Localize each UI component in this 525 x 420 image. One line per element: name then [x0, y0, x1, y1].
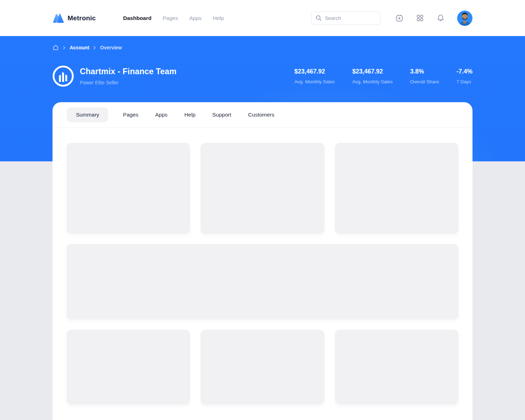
tab-apps[interactable]: Apps — [153, 107, 169, 122]
hero-stats: $23,467.92 Avg. Monthly Sales $23,467.92… — [294, 68, 472, 84]
breadcrumb: Account Overview — [52, 44, 122, 51]
tab-bar: Summary Pages Apps Help Support Customer… — [52, 102, 472, 128]
tab-pages[interactable]: Pages — [121, 107, 140, 122]
metronic-logo-icon — [52, 13, 64, 23]
placeholder-box-wide — [66, 244, 458, 320]
nav-item-help[interactable]: Help — [213, 15, 224, 21]
placeholder-box — [201, 330, 324, 405]
apps-grid-icon[interactable] — [416, 14, 424, 22]
header-icon-buttons — [395, 14, 445, 22]
top-header: Metronic Dashboard Pages Apps Help — [0, 0, 525, 36]
tab-help[interactable]: Help — [182, 107, 198, 122]
stat-7-days: -7.4% 7 Days — [456, 68, 472, 84]
stat-overall-share: 3.8% Overall Share — [410, 68, 439, 84]
profile-texts: Chartmix - Finance Team Power Elite Sell… — [80, 67, 176, 85]
tab-support[interactable]: Support — [210, 107, 233, 122]
header-actions — [311, 10, 472, 26]
stat-value: 3.8% — [410, 68, 439, 75]
chevron-right-icon — [93, 46, 96, 50]
placeholder-box — [201, 143, 324, 234]
stat-label: 7 Days — [456, 79, 472, 84]
bell-icon[interactable] — [436, 14, 445, 22]
breadcrumb-account[interactable]: Account — [70, 45, 89, 50]
profile-header: Chartmix - Finance Team Power Elite Sell… — [52, 65, 472, 87]
stat-avg-monthly-sales-2: $23,467.92 Avg. Monthly Sales — [352, 68, 392, 84]
brand-name: Metronic — [68, 14, 96, 22]
stat-label: Avg. Monthly Sales — [352, 79, 392, 84]
stat-label: Overall Share — [410, 79, 439, 84]
placeholder-box — [66, 143, 190, 234]
main-card: Summary Pages Apps Help Support Customer… — [52, 102, 472, 420]
chart-columns-circle-icon — [52, 65, 74, 87]
search-icon — [316, 15, 322, 21]
search-box[interactable] — [311, 12, 380, 25]
stat-avg-monthly-sales-1: $23,467.92 Avg. Monthly Sales — [294, 68, 335, 84]
stat-value: -7.4% — [456, 68, 472, 75]
summary-content — [52, 128, 472, 405]
breadcrumb-overview[interactable]: Overview — [100, 45, 122, 50]
nav-item-dashboard[interactable]: Dashboard — [123, 15, 152, 21]
add-square-icon[interactable] — [395, 14, 404, 22]
home-icon[interactable] — [52, 44, 59, 51]
user-avatar[interactable] — [457, 10, 472, 26]
top-navigation: Dashboard Pages Apps Help — [123, 15, 224, 21]
chevron-right-icon — [63, 46, 66, 50]
stat-label: Avg. Monthly Sales — [294, 79, 335, 84]
tab-summary[interactable]: Summary — [67, 107, 108, 122]
placeholder-box — [335, 143, 458, 234]
stat-value: $23,467.92 — [294, 68, 335, 75]
nav-item-pages[interactable]: Pages — [163, 15, 178, 21]
page: Metronic Dashboard Pages Apps Help — [0, 0, 525, 420]
page-subtitle: Power Elite Seller — [80, 80, 176, 85]
brand-logo[interactable]: Metronic — [52, 13, 96, 23]
placeholder-box — [66, 330, 190, 405]
placeholder-box — [335, 330, 458, 405]
tab-customers[interactable]: Customers — [246, 107, 276, 122]
nav-item-apps[interactable]: Apps — [189, 15, 202, 21]
page-title: Chartmix - Finance Team — [80, 67, 176, 76]
search-input[interactable] — [325, 15, 370, 21]
stat-value: $23,467.92 — [352, 68, 392, 75]
